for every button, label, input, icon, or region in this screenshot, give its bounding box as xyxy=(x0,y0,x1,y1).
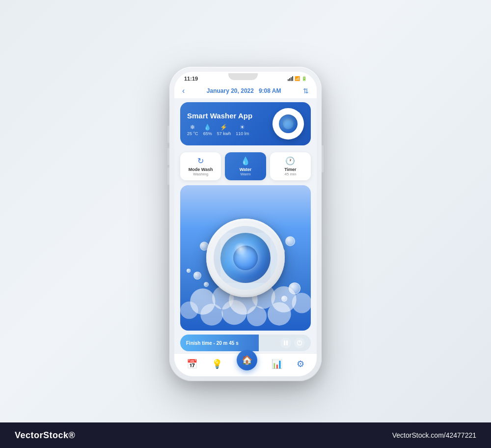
filter-icon[interactable]: ⇅ xyxy=(303,87,309,95)
stat-light: ☀ 110 lm xyxy=(236,124,249,136)
bulb-icon: 💡 xyxy=(212,359,222,369)
mini-drum xyxy=(276,112,300,136)
watermark-bar: VectorStock® VectorStock.com/42477221 xyxy=(0,422,491,448)
home-icon: 🏠 xyxy=(237,350,257,370)
nav-settings[interactable]: ⚙ xyxy=(294,358,307,370)
svg-rect-12 xyxy=(286,340,288,345)
app-header: ‹ January 20, 2022 9:08 AM ⇅ xyxy=(174,84,317,98)
svg-point-5 xyxy=(292,293,311,313)
water-sub: Warm xyxy=(240,172,250,176)
header-date: January 20, 2022 9:08 AM xyxy=(207,87,281,94)
wash-mode-icon: ↻ xyxy=(197,156,204,166)
svg-point-7 xyxy=(200,304,223,325)
pause-button[interactable] xyxy=(280,337,291,348)
stats-icon: 📊 xyxy=(272,359,282,369)
water-label: Water xyxy=(240,167,252,172)
progress-controls xyxy=(280,337,305,348)
phone-screen: 11:19 📶 🔋 ‹ January 20, 2022 9:08 AM xyxy=(174,72,317,376)
banner-title: Smart Washer App xyxy=(187,112,273,120)
banner-card: Smart Washer App ❄ 25 °C 💧 65% ⚡ xyxy=(180,102,311,145)
signal-icon xyxy=(288,76,293,81)
stat-humidity: 💧 65% xyxy=(203,124,212,136)
bubble xyxy=(285,236,295,246)
drum-ring xyxy=(214,226,277,290)
drum-outer xyxy=(206,219,285,297)
watermark-url: VectorStock.com/42477221 xyxy=(392,431,476,439)
progress-text: Finish time - 20 m 45 s xyxy=(186,340,239,346)
svg-point-9 xyxy=(247,306,267,326)
nav-calendar[interactable]: 📅 xyxy=(184,358,200,370)
watermark-brand: VectorStock® xyxy=(15,430,75,441)
wash-area xyxy=(180,185,311,331)
mode-wash-button[interactable]: ↻ Mode Wash Washing xyxy=(180,152,221,180)
notch xyxy=(228,73,258,80)
timer-sub: 45 min xyxy=(284,172,296,176)
progress-area: Finish time - 20 m 45 s xyxy=(180,335,311,351)
phone-mockup: 11:19 📶 🔋 ‹ January 20, 2022 9:08 AM xyxy=(169,67,322,381)
water-button[interactable]: 💧 Water Warm xyxy=(225,152,266,180)
mode-wash-label: Mode Wash xyxy=(189,167,213,172)
snowflake-icon: ❄ xyxy=(190,124,195,131)
timer-label: Timer xyxy=(284,167,296,172)
drop-icon: 💧 xyxy=(204,124,211,131)
banner-drum xyxy=(273,108,304,140)
svg-point-8 xyxy=(221,300,246,325)
power-button[interactable] xyxy=(294,337,305,348)
svg-point-6 xyxy=(180,302,198,319)
timer-icon: 🕐 xyxy=(285,156,295,166)
app-content: Smart Washer App ❄ 25 °C 💧 65% ⚡ xyxy=(174,98,317,376)
sun-icon: ☀ xyxy=(240,124,245,131)
bottom-nav: 📅 💡 🏠 📊 ⚙ xyxy=(174,353,317,376)
banner-text: Smart Washer App ❄ 25 °C 💧 65% ⚡ xyxy=(187,112,273,136)
battery-icon: 🔋 xyxy=(301,76,307,81)
back-button[interactable]: ‹ xyxy=(182,86,185,95)
lightning-icon: ⚡ xyxy=(220,124,227,131)
status-bar: 11:19 📶 🔋 xyxy=(174,72,317,84)
stat-temperature: ❄ 25 °C xyxy=(187,124,198,136)
banner-stats: ❄ 25 °C 💧 65% ⚡ 57 kwh ☀ xyxy=(187,124,273,136)
drum-center xyxy=(233,246,258,270)
nav-home[interactable]: 🏠 xyxy=(234,357,260,371)
settings-icon: ⚙ xyxy=(297,359,304,369)
mode-buttons: ↻ Mode Wash Washing 💧 Water Warm 🕐 Timer… xyxy=(180,152,311,180)
status-time: 11:19 xyxy=(184,76,198,82)
wifi-icon: 📶 xyxy=(295,76,300,81)
svg-point-10 xyxy=(268,302,291,325)
nav-tips[interactable]: 💡 xyxy=(209,358,225,370)
stat-energy: ⚡ 57 kwh xyxy=(217,124,231,136)
status-icons: 📶 🔋 xyxy=(288,76,307,81)
svg-rect-11 xyxy=(284,340,285,345)
mode-wash-sub: Washing xyxy=(193,172,208,176)
calendar-icon: 📅 xyxy=(187,359,197,369)
timer-button[interactable]: 🕐 Timer 45 min xyxy=(270,152,311,180)
water-icon: 💧 xyxy=(241,156,250,166)
nav-stats[interactable]: 📊 xyxy=(269,358,285,370)
